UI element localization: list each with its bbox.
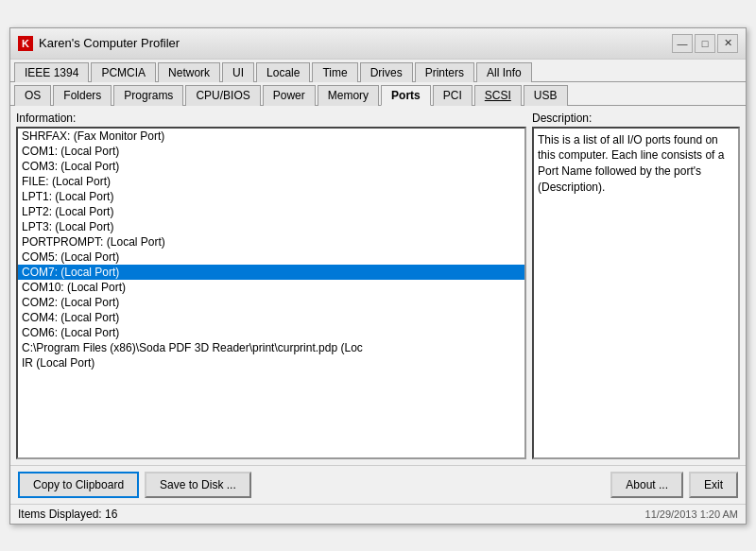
main-content: Information: SHRFAX: (Fax Monitor Port)C… bbox=[10, 106, 746, 465]
tabs-row2: OSFoldersProgramsCPU/BIOSPowerMemoryPort… bbox=[10, 82, 746, 106]
tab-row1-ui[interactable]: UI bbox=[222, 62, 254, 82]
tab-row1-printers[interactable]: Printers bbox=[415, 62, 474, 82]
list-item[interactable]: COM1: (Local Port) bbox=[18, 144, 524, 159]
footer-buttons: Copy to Clipboard Save to Disk ... About… bbox=[10, 465, 746, 504]
tab-row1-ieee-1394[interactable]: IEEE 1394 bbox=[14, 62, 89, 82]
tab-row2-usb[interactable]: USB bbox=[524, 85, 568, 106]
list-item[interactable]: LPT1: (Local Port) bbox=[18, 189, 524, 204]
minimize-button[interactable]: — bbox=[672, 34, 693, 53]
title-bar-left: K Karen's Computer Profiler bbox=[18, 36, 180, 51]
maximize-button[interactable]: □ bbox=[695, 34, 715, 53]
status-bar: Items Displayed: 16 11/29/2013 1:20 AM bbox=[10, 504, 746, 524]
list-item[interactable]: COM5: (Local Port) bbox=[18, 250, 524, 265]
list-item[interactable]: LPT3: (Local Port) bbox=[18, 219, 524, 234]
tab-row1-pcmcia[interactable]: PCMCIA bbox=[91, 62, 156, 82]
tab-row1-network[interactable]: Network bbox=[158, 62, 220, 82]
items-count: Items Displayed: 16 bbox=[18, 508, 117, 521]
list-item[interactable]: COM7: (Local Port) bbox=[18, 265, 524, 280]
app-icon: K bbox=[18, 36, 33, 51]
tab-row2-folders[interactable]: Folders bbox=[53, 85, 112, 106]
exit-button[interactable]: Exit bbox=[689, 472, 738, 498]
tab-row1-locale[interactable]: Locale bbox=[256, 62, 310, 82]
copy-to-clipboard-button[interactable]: Copy to Clipboard bbox=[18, 472, 139, 498]
list-item[interactable]: COM4: (Local Port) bbox=[18, 310, 524, 325]
list-item[interactable]: IR (Local Port) bbox=[18, 355, 524, 370]
title-bar: K Karen's Computer Profiler — □ ✕ bbox=[10, 28, 746, 60]
datetime: 11/29/2013 1:20 AM bbox=[645, 508, 738, 520]
list-item[interactable]: SHRFAX: (Fax Monitor Port) bbox=[18, 129, 524, 144]
list-item[interactable]: LPT2: (Local Port) bbox=[18, 204, 524, 219]
tab-row2-os[interactable]: OS bbox=[14, 85, 51, 106]
desc-panel: Description: This is a list of all I/O p… bbox=[532, 112, 740, 459]
footer-spacer bbox=[257, 472, 606, 498]
list-item[interactable]: FILE: (Local Port) bbox=[18, 174, 524, 189]
tab-row2-scsi[interactable]: SCSI bbox=[474, 85, 522, 106]
tab-row2-pci[interactable]: PCI bbox=[433, 85, 472, 106]
tab-row1-time[interactable]: Time bbox=[312, 62, 357, 82]
list-item[interactable]: COM3: (Local Port) bbox=[18, 159, 524, 174]
tab-row1-all-info[interactable]: All Info bbox=[476, 62, 532, 82]
tab-row2-cpu-bios[interactable]: CPU/BIOS bbox=[185, 85, 260, 106]
list-item[interactable]: COM6: (Local Port) bbox=[18, 325, 524, 340]
tab-row2-programs[interactable]: Programs bbox=[113, 85, 183, 106]
info-list[interactable]: SHRFAX: (Fax Monitor Port)COM1: (Local P… bbox=[16, 127, 526, 459]
tab-row2-memory[interactable]: Memory bbox=[318, 85, 379, 106]
desc-label: Description: bbox=[532, 112, 740, 125]
tab-row2-power[interactable]: Power bbox=[263, 85, 316, 106]
list-item[interactable]: C:\Program Files (x86)\Soda PDF 3D Reade… bbox=[18, 340, 524, 355]
about-button[interactable]: About ... bbox=[610, 472, 683, 498]
window-title: Karen's Computer Profiler bbox=[39, 36, 180, 50]
tab-row1-drives[interactable]: Drives bbox=[360, 62, 413, 82]
list-item[interactable]: PORTPROMPT: (Local Port) bbox=[18, 234, 524, 250]
tab-row2-ports[interactable]: Ports bbox=[381, 85, 431, 106]
info-panel: Information: SHRFAX: (Fax Monitor Port)C… bbox=[16, 112, 526, 459]
list-item[interactable]: COM2: (Local Port) bbox=[18, 295, 524, 310]
main-window: K Karen's Computer Profiler — □ ✕ IEEE 1… bbox=[9, 27, 747, 525]
desc-text: This is a list of all I/O ports found on… bbox=[532, 127, 740, 459]
info-label: Information: bbox=[16, 112, 526, 125]
save-to-disk-button[interactable]: Save to Disk ... bbox=[145, 472, 251, 498]
tabs-row1: IEEE 1394PCMCIANetworkUILocaleTimeDrives… bbox=[10, 60, 746, 82]
list-item[interactable]: COM10: (Local Port) bbox=[18, 280, 524, 295]
title-buttons: — □ ✕ bbox=[672, 34, 738, 53]
close-button[interactable]: ✕ bbox=[717, 34, 738, 53]
